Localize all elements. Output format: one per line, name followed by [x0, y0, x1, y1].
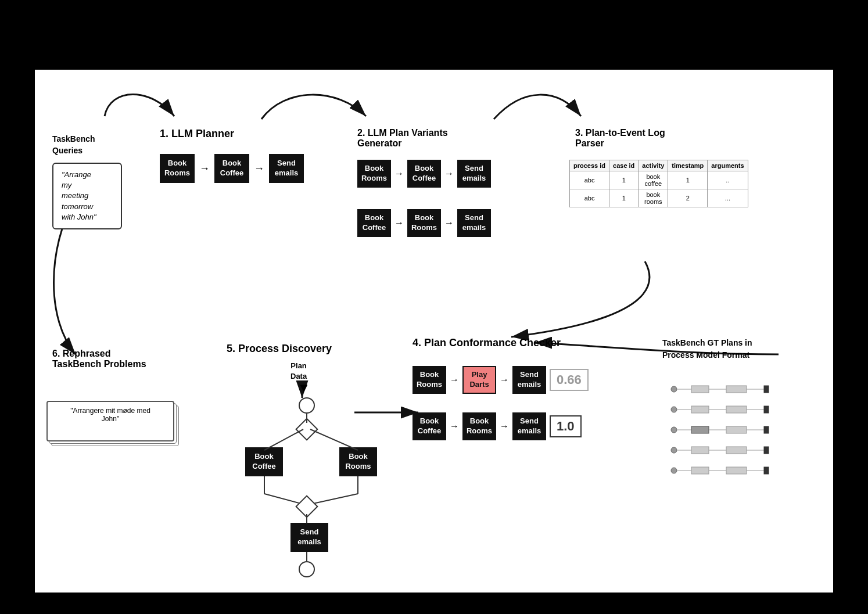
variant-1-flow: BookRooms → BookCoffee → Sendemails	[357, 160, 491, 188]
svg-rect-27	[691, 426, 709, 433]
arrow-c1-1: →	[450, 375, 459, 385]
box-send-emails-1: Sendemails	[269, 154, 304, 183]
arrow-c2-1: →	[450, 421, 459, 432]
box-book-coffee-3: BookCoffee	[357, 209, 391, 237]
col-activity: activity	[639, 160, 668, 171]
gt-plans-label: TaskBench GT Plans inProcess Model Forma…	[662, 337, 752, 361]
svg-point-18	[671, 407, 677, 412]
box-book-rooms-4: BookRooms	[413, 366, 446, 394]
box-book-rooms-3: BookRooms	[407, 209, 441, 237]
variant-2-flow: BookCoffee → BookRooms → Sendemails	[357, 209, 491, 237]
plan-data-arrow: ▼	[297, 380, 310, 396]
svg-point-32	[671, 447, 677, 453]
svg-line-6	[264, 494, 303, 504]
box-book-rooms-5: BookRooms	[462, 412, 496, 440]
svg-rect-20	[691, 406, 709, 413]
process-model-svg	[662, 378, 813, 505]
svg-rect-34	[691, 447, 709, 454]
conformance-row-2: BookCoffee → BookRooms → Sendemails 1.0	[413, 412, 582, 440]
process-model-thumbnail	[662, 378, 813, 505]
svg-rect-36	[726, 447, 747, 454]
svg-rect-17	[764, 386, 769, 393]
box-book-coffee-5: BookCoffee	[413, 412, 446, 440]
box-send-emails-4: Sendemails	[512, 366, 546, 394]
arrow-v2-1: →	[394, 218, 404, 228]
svg-rect-45	[764, 467, 769, 474]
plan-conformance-label: 4. Plan Conformance Checker	[413, 337, 561, 349]
svg-point-11	[671, 386, 677, 392]
circle-to-diamond-line	[302, 414, 314, 425]
process-circle-bottom	[299, 561, 315, 580]
svg-rect-43	[726, 467, 747, 474]
box-book-rooms-6: BookRooms	[339, 447, 377, 476]
col-process-id: process id	[570, 160, 609, 171]
svg-rect-13	[691, 386, 709, 393]
box-book-rooms-2: BookRooms	[357, 160, 391, 188]
table-row: abc 1 bookrooms 2 ...	[570, 189, 748, 207]
svg-rect-24	[764, 406, 769, 413]
score-1: 0.66	[550, 369, 589, 391]
arrow-v2-2: →	[444, 218, 454, 228]
rephrased-paper: "Arrangere mit møde medJohn"	[46, 401, 174, 441]
box-book-coffee-6: BookCoffee	[245, 447, 283, 476]
svg-rect-41	[691, 467, 709, 474]
col-arguments: arguments	[708, 160, 748, 171]
col-timestamp: timestamp	[668, 160, 708, 171]
query-box: "Arrangemymeetingtomorrowwith John"	[52, 163, 122, 229]
plan-data-label: PlanData	[290, 360, 307, 381]
box-send-emails-6: Sendemails	[290, 523, 328, 552]
taskbench-queries-label: TaskBenchQueries	[52, 134, 95, 156]
box-book-coffee-2: BookCoffee	[407, 160, 441, 188]
svg-rect-29	[726, 426, 747, 433]
svg-line-8	[310, 494, 358, 504]
arrow-c1-2: →	[500, 375, 509, 385]
box-play-darts: PlayDarts	[462, 366, 496, 394]
arrow-2: →	[254, 163, 264, 175]
llm-plan-variants-label: 2. LLM Plan VariantsGenerator	[357, 128, 448, 149]
svg-rect-22	[726, 406, 747, 413]
stacked-papers: "Arrangere mit møde medJohn"	[46, 401, 186, 476]
table-row: abc 1 bookcoffee 1 ..	[570, 171, 748, 189]
box-book-rooms-1: BookRooms	[160, 154, 195, 183]
conformance-row-1: BookRooms → PlayDarts → Sendemails 0.66	[413, 366, 589, 394]
col-case-id: case id	[609, 160, 639, 171]
llm-planner-flow: BookRooms → BookCoffee → Sendemails	[160, 154, 304, 183]
plan-event-log-label: 3. Plan-to-Event LogParser	[575, 128, 665, 149]
svg-rect-31	[764, 426, 769, 433]
llm-planner-label: 1. LLM Planner	[160, 128, 234, 140]
box-send-emails-5: Sendemails	[512, 412, 546, 440]
arrow-v1-1: →	[394, 168, 404, 179]
box-book-coffee-1: BookCoffee	[214, 154, 249, 183]
arrow-1: →	[199, 163, 210, 175]
box-send-emails-3: Sendemails	[457, 209, 491, 237]
event-log-table: process id case id activity timestamp ar…	[569, 160, 748, 207]
process-discovery-label: 5. Process Discovery	[227, 343, 332, 355]
box-send-emails-2: Sendemails	[457, 160, 491, 188]
arrow-c2-2: →	[500, 421, 509, 432]
svg-point-39	[671, 468, 677, 473]
svg-point-25	[671, 427, 677, 433]
svg-rect-38	[764, 447, 769, 454]
diamond-to-send-line	[302, 514, 314, 526]
score-2: 1.0	[550, 415, 582, 437]
rephrased-label: 6. RephrasedTaskBench Problems	[52, 349, 146, 369]
arrow-v1-2: →	[444, 168, 454, 179]
svg-rect-15	[726, 386, 747, 393]
